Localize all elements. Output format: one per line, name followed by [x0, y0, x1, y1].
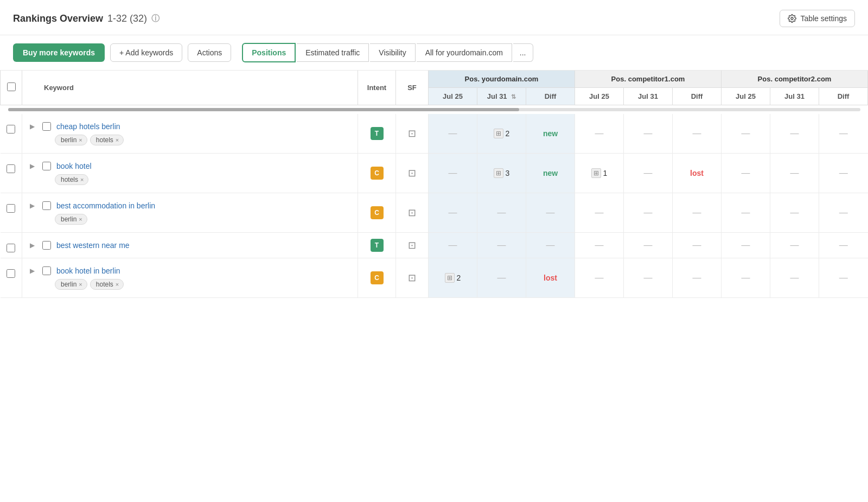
pos-dash: — — [742, 240, 750, 250]
sf-icon: ⊡ — [408, 128, 416, 139]
position-cell: — — [722, 154, 770, 193]
page-title: Rankings Overview 1-32 (32) ⓘ — [13, 13, 159, 24]
tab-all-domain[interactable]: All for yourdomain.com — [417, 43, 512, 62]
row-select-checkbox[interactable] — [42, 241, 51, 250]
position-cell: new — [526, 114, 575, 154]
row-expand-button[interactable]: ▶ — [28, 201, 37, 211]
keyword-link[interactable]: book hotel in berlin — [56, 266, 120, 275]
actions-button[interactable]: Actions — [188, 43, 231, 62]
keyword-cell: ▶ book hotel in berlin berlin ×hotels × — [22, 258, 358, 298]
row-expand-button[interactable]: ▶ — [28, 266, 37, 276]
tab-visibility[interactable]: Visibility — [370, 43, 415, 62]
row-expand-button[interactable]: ▶ — [28, 161, 37, 171]
tag-remove-button[interactable]: × — [116, 137, 119, 143]
position-cell: — — [429, 193, 477, 233]
position-cell: — — [477, 193, 526, 233]
position-cell: — — [624, 193, 673, 233]
keyword-link[interactable]: cheap hotels berlin — [56, 122, 120, 131]
position-cell: — — [624, 114, 673, 154]
keyword-tag: berlin × — [55, 279, 87, 290]
tag-remove-button[interactable]: × — [80, 177, 84, 183]
row-select-checkbox[interactable] — [42, 266, 51, 275]
pos-dash: — — [839, 208, 848, 217]
position-cell: — — [722, 193, 770, 233]
title-range: 1-32 (32) — [107, 13, 147, 24]
pos-dash: — — [595, 240, 604, 250]
row-select-checkbox[interactable] — [42, 201, 51, 210]
table-row: ▶ book hotel in berlin berlin ×hotels × … — [1, 258, 868, 298]
keyword-link[interactable]: best western near me — [56, 241, 130, 250]
position-cell: — — [429, 233, 477, 258]
position-cell: — — [722, 233, 770, 258]
tag-remove-button[interactable]: × — [79, 217, 82, 223]
position-cell: new — [526, 154, 575, 193]
keyword-cell: ▶ best accommodation in berlin berlin × — [22, 193, 358, 233]
row-expand-button[interactable]: ▶ — [28, 240, 37, 250]
position-cell: — — [575, 193, 624, 233]
pos-dash: — — [839, 240, 848, 250]
pos-dash: — — [790, 168, 799, 177]
pos-dash: — — [644, 273, 653, 282]
position-cell: — — [624, 233, 673, 258]
position-cell: lost — [673, 154, 722, 193]
row-checkbox[interactable] — [7, 244, 15, 252]
position-cell: — — [429, 154, 477, 193]
tab-estimated-traffic[interactable]: Estimated traffic — [297, 43, 369, 62]
horizontal-scrollbar[interactable] — [8, 108, 860, 111]
position-cell: — — [673, 114, 722, 154]
position-cell: — — [722, 258, 770, 298]
select-all-header — [1, 71, 22, 105]
position-cell: ⊞ 2 — [429, 258, 477, 298]
sf-cell: ⊡ — [396, 233, 429, 258]
position-cell: — — [770, 258, 819, 298]
row-checkbox[interactable] — [7, 204, 15, 213]
select-all-checkbox[interactable] — [7, 82, 16, 91]
svg-point-0 — [791, 17, 793, 20]
sf-cell: ⊡ — [396, 114, 429, 154]
row-checkbox[interactable] — [7, 269, 15, 278]
row-expand-button[interactable]: ▶ — [28, 122, 37, 131]
row-select-checkbox[interactable] — [42, 162, 51, 170]
pos-dash: — — [790, 273, 799, 282]
keyword-link[interactable]: book hotel — [56, 162, 92, 170]
intent-badge: T — [371, 239, 384, 252]
keyword-link[interactable]: best accommodation in berlin — [56, 201, 155, 210]
tag-remove-button[interactable]: × — [79, 137, 82, 143]
sf-icon: ⊡ — [408, 272, 416, 283]
intent-badge: C — [371, 271, 384, 284]
pos-dash: — — [644, 208, 653, 217]
keyword-cell: ▶ book hotel hotels × — [22, 154, 358, 193]
pos-dash: — — [839, 129, 848, 138]
toolbar: Buy more keywords + Add keywords Actions… — [0, 35, 868, 71]
keyword-tag: hotels × — [55, 174, 88, 185]
buy-keywords-button[interactable]: Buy more keywords — [13, 43, 105, 62]
tag-remove-button[interactable]: × — [79, 282, 82, 288]
pos-dash: — — [449, 168, 457, 177]
pos-dash: — — [790, 208, 799, 217]
intent-cell: T — [358, 233, 396, 258]
intent-cell: C — [358, 154, 396, 193]
row-checkbox[interactable] — [7, 125, 15, 134]
tab-positions[interactable]: Positions — [242, 43, 296, 62]
position-cell: ⊞ 3 — [477, 154, 526, 193]
table-settings-button[interactable]: Table settings — [780, 10, 855, 27]
sf-icon: ⊡ — [408, 168, 416, 179]
position-cell: — — [673, 233, 722, 258]
info-icon[interactable]: ⓘ — [151, 14, 159, 24]
pos-dash: — — [546, 208, 555, 217]
add-keywords-button[interactable]: + Add keywords — [110, 43, 182, 62]
row-checkbox[interactable] — [7, 164, 15, 173]
intent-badge: C — [371, 206, 384, 219]
row-checkbox-cell — [1, 193, 22, 233]
position-cell: — — [770, 154, 819, 193]
pos-dash: — — [790, 129, 799, 138]
tab-more-button[interactable]: ... — [513, 43, 533, 62]
tag-remove-button[interactable]: × — [116, 282, 119, 288]
sort-icon[interactable]: ⇅ — [511, 93, 516, 100]
position-cell: — — [770, 233, 819, 258]
diff-value: new — [543, 169, 558, 177]
page-header: Rankings Overview 1-32 (32) ⓘ Table sett… — [0, 0, 868, 35]
position-cell: — — [722, 114, 770, 154]
intent-badge: T — [371, 127, 384, 140]
row-select-checkbox[interactable] — [42, 122, 51, 131]
